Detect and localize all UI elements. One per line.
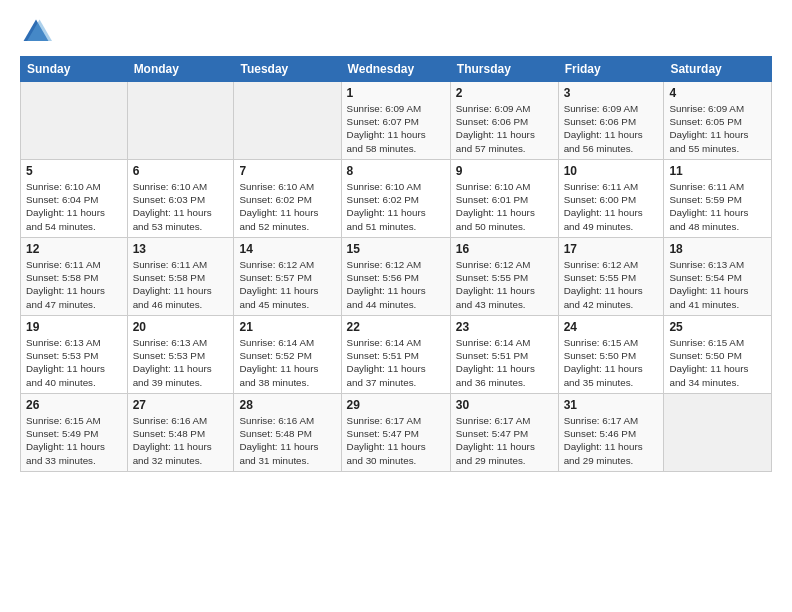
weekday-header-wednesday: Wednesday <box>341 57 450 82</box>
day-info: Sunrise: 6:15 AM Sunset: 5:49 PM Dayligh… <box>26 414 122 467</box>
day-number: 30 <box>456 398 553 412</box>
calendar-cell: 22Sunrise: 6:14 AM Sunset: 5:51 PM Dayli… <box>341 316 450 394</box>
day-info: Sunrise: 6:14 AM Sunset: 5:51 PM Dayligh… <box>347 336 445 389</box>
day-info: Sunrise: 6:12 AM Sunset: 5:55 PM Dayligh… <box>564 258 659 311</box>
weekday-header-monday: Monday <box>127 57 234 82</box>
calendar-cell: 5Sunrise: 6:10 AM Sunset: 6:04 PM Daylig… <box>21 160 128 238</box>
logo-icon <box>20 16 52 48</box>
weekday-row: SundayMondayTuesdayWednesdayThursdayFrid… <box>21 57 772 82</box>
day-info: Sunrise: 6:13 AM Sunset: 5:53 PM Dayligh… <box>26 336 122 389</box>
logo <box>20 16 56 48</box>
day-info: Sunrise: 6:17 AM Sunset: 5:47 PM Dayligh… <box>347 414 445 467</box>
calendar-cell <box>21 82 128 160</box>
day-info: Sunrise: 6:12 AM Sunset: 5:55 PM Dayligh… <box>456 258 553 311</box>
day-number: 16 <box>456 242 553 256</box>
day-info: Sunrise: 6:15 AM Sunset: 5:50 PM Dayligh… <box>669 336 766 389</box>
calendar-cell: 12Sunrise: 6:11 AM Sunset: 5:58 PM Dayli… <box>21 238 128 316</box>
day-info: Sunrise: 6:09 AM Sunset: 6:06 PM Dayligh… <box>564 102 659 155</box>
calendar-cell: 20Sunrise: 6:13 AM Sunset: 5:53 PM Dayli… <box>127 316 234 394</box>
weekday-header-tuesday: Tuesday <box>234 57 341 82</box>
day-number: 12 <box>26 242 122 256</box>
page: SundayMondayTuesdayWednesdayThursdayFrid… <box>0 0 792 612</box>
day-info: Sunrise: 6:11 AM Sunset: 5:59 PM Dayligh… <box>669 180 766 233</box>
day-number: 21 <box>239 320 335 334</box>
calendar-cell: 2Sunrise: 6:09 AM Sunset: 6:06 PM Daylig… <box>450 82 558 160</box>
day-number: 7 <box>239 164 335 178</box>
calendar-body: 1Sunrise: 6:09 AM Sunset: 6:07 PM Daylig… <box>21 82 772 472</box>
header <box>20 16 772 48</box>
day-number: 2 <box>456 86 553 100</box>
day-number: 8 <box>347 164 445 178</box>
calendar-cell: 8Sunrise: 6:10 AM Sunset: 6:02 PM Daylig… <box>341 160 450 238</box>
calendar-cell: 31Sunrise: 6:17 AM Sunset: 5:46 PM Dayli… <box>558 394 664 472</box>
calendar-week-4: 19Sunrise: 6:13 AM Sunset: 5:53 PM Dayli… <box>21 316 772 394</box>
calendar-week-1: 1Sunrise: 6:09 AM Sunset: 6:07 PM Daylig… <box>21 82 772 160</box>
day-info: Sunrise: 6:13 AM Sunset: 5:53 PM Dayligh… <box>133 336 229 389</box>
calendar-cell <box>664 394 772 472</box>
calendar-cell: 25Sunrise: 6:15 AM Sunset: 5:50 PM Dayli… <box>664 316 772 394</box>
day-info: Sunrise: 6:16 AM Sunset: 5:48 PM Dayligh… <box>239 414 335 467</box>
calendar-cell <box>234 82 341 160</box>
calendar-cell: 21Sunrise: 6:14 AM Sunset: 5:52 PM Dayli… <box>234 316 341 394</box>
day-info: Sunrise: 6:14 AM Sunset: 5:51 PM Dayligh… <box>456 336 553 389</box>
day-number: 6 <box>133 164 229 178</box>
day-number: 18 <box>669 242 766 256</box>
calendar-cell: 19Sunrise: 6:13 AM Sunset: 5:53 PM Dayli… <box>21 316 128 394</box>
calendar-week-5: 26Sunrise: 6:15 AM Sunset: 5:49 PM Dayli… <box>21 394 772 472</box>
day-number: 17 <box>564 242 659 256</box>
weekday-header-friday: Friday <box>558 57 664 82</box>
calendar-cell: 1Sunrise: 6:09 AM Sunset: 6:07 PM Daylig… <box>341 82 450 160</box>
day-number: 27 <box>133 398 229 412</box>
day-number: 5 <box>26 164 122 178</box>
calendar-cell: 4Sunrise: 6:09 AM Sunset: 6:05 PM Daylig… <box>664 82 772 160</box>
calendar-cell: 24Sunrise: 6:15 AM Sunset: 5:50 PM Dayli… <box>558 316 664 394</box>
day-info: Sunrise: 6:17 AM Sunset: 5:47 PM Dayligh… <box>456 414 553 467</box>
day-info: Sunrise: 6:14 AM Sunset: 5:52 PM Dayligh… <box>239 336 335 389</box>
calendar-cell: 16Sunrise: 6:12 AM Sunset: 5:55 PM Dayli… <box>450 238 558 316</box>
calendar-cell: 30Sunrise: 6:17 AM Sunset: 5:47 PM Dayli… <box>450 394 558 472</box>
calendar-cell: 7Sunrise: 6:10 AM Sunset: 6:02 PM Daylig… <box>234 160 341 238</box>
day-number: 15 <box>347 242 445 256</box>
weekday-header-sunday: Sunday <box>21 57 128 82</box>
calendar-cell: 15Sunrise: 6:12 AM Sunset: 5:56 PM Dayli… <box>341 238 450 316</box>
weekday-header-thursday: Thursday <box>450 57 558 82</box>
day-number: 9 <box>456 164 553 178</box>
day-info: Sunrise: 6:16 AM Sunset: 5:48 PM Dayligh… <box>133 414 229 467</box>
day-number: 10 <box>564 164 659 178</box>
calendar-cell: 18Sunrise: 6:13 AM Sunset: 5:54 PM Dayli… <box>664 238 772 316</box>
calendar-cell: 29Sunrise: 6:17 AM Sunset: 5:47 PM Dayli… <box>341 394 450 472</box>
day-info: Sunrise: 6:11 AM Sunset: 5:58 PM Dayligh… <box>26 258 122 311</box>
day-info: Sunrise: 6:17 AM Sunset: 5:46 PM Dayligh… <box>564 414 659 467</box>
day-number: 1 <box>347 86 445 100</box>
day-info: Sunrise: 6:11 AM Sunset: 5:58 PM Dayligh… <box>133 258 229 311</box>
day-info: Sunrise: 6:10 AM Sunset: 6:02 PM Dayligh… <box>239 180 335 233</box>
day-number: 14 <box>239 242 335 256</box>
day-number: 4 <box>669 86 766 100</box>
day-number: 31 <box>564 398 659 412</box>
day-number: 24 <box>564 320 659 334</box>
calendar-cell: 28Sunrise: 6:16 AM Sunset: 5:48 PM Dayli… <box>234 394 341 472</box>
day-number: 19 <box>26 320 122 334</box>
day-info: Sunrise: 6:12 AM Sunset: 5:57 PM Dayligh… <box>239 258 335 311</box>
day-number: 20 <box>133 320 229 334</box>
day-number: 28 <box>239 398 335 412</box>
day-number: 25 <box>669 320 766 334</box>
day-number: 22 <box>347 320 445 334</box>
day-info: Sunrise: 6:10 AM Sunset: 6:03 PM Dayligh… <box>133 180 229 233</box>
day-number: 11 <box>669 164 766 178</box>
calendar-week-2: 5Sunrise: 6:10 AM Sunset: 6:04 PM Daylig… <box>21 160 772 238</box>
day-info: Sunrise: 6:10 AM Sunset: 6:01 PM Dayligh… <box>456 180 553 233</box>
calendar-cell: 23Sunrise: 6:14 AM Sunset: 5:51 PM Dayli… <box>450 316 558 394</box>
day-number: 26 <box>26 398 122 412</box>
day-info: Sunrise: 6:11 AM Sunset: 6:00 PM Dayligh… <box>564 180 659 233</box>
day-info: Sunrise: 6:09 AM Sunset: 6:06 PM Dayligh… <box>456 102 553 155</box>
calendar-table: SundayMondayTuesdayWednesdayThursdayFrid… <box>20 56 772 472</box>
calendar-cell: 3Sunrise: 6:09 AM Sunset: 6:06 PM Daylig… <box>558 82 664 160</box>
calendar-cell: 26Sunrise: 6:15 AM Sunset: 5:49 PM Dayli… <box>21 394 128 472</box>
calendar-cell: 6Sunrise: 6:10 AM Sunset: 6:03 PM Daylig… <box>127 160 234 238</box>
calendar-cell: 14Sunrise: 6:12 AM Sunset: 5:57 PM Dayli… <box>234 238 341 316</box>
day-info: Sunrise: 6:09 AM Sunset: 6:07 PM Dayligh… <box>347 102 445 155</box>
calendar-cell: 27Sunrise: 6:16 AM Sunset: 5:48 PM Dayli… <box>127 394 234 472</box>
day-info: Sunrise: 6:10 AM Sunset: 6:02 PM Dayligh… <box>347 180 445 233</box>
calendar-cell: 9Sunrise: 6:10 AM Sunset: 6:01 PM Daylig… <box>450 160 558 238</box>
